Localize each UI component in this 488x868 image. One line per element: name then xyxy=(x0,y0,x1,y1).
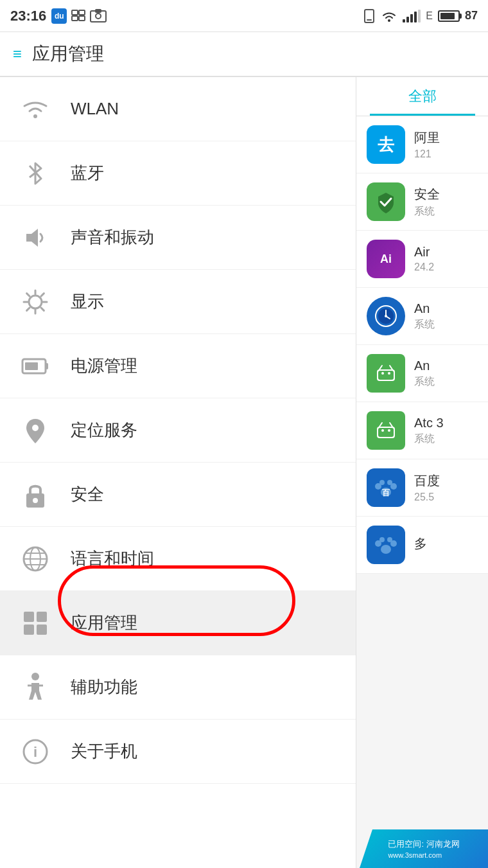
svg-rect-8 xyxy=(367,19,372,21)
svg-rect-22 xyxy=(25,362,38,370)
svg-point-5 xyxy=(96,13,101,19)
tab-bar: 全部 xyxy=(356,77,488,116)
sidebar-item-accessibility[interactable]: 辅助功能 xyxy=(0,655,356,720)
svg-point-49 xyxy=(381,372,384,375)
app-icon-3: Ai xyxy=(367,240,405,278)
svg-line-52 xyxy=(390,366,392,369)
app-icon-7: 百 xyxy=(367,468,405,507)
app-icon-1: 去 xyxy=(367,125,405,164)
list-item[interactable]: Atc 3 系统 xyxy=(356,402,488,459)
menu-icon[interactable]: ≡ xyxy=(13,45,22,63)
location-label: 定位服务 xyxy=(71,419,137,441)
time-display: 23:16 xyxy=(10,8,46,24)
svg-rect-2 xyxy=(72,16,78,21)
app-info-7: 百度 25.5 xyxy=(414,472,478,503)
location-icon xyxy=(19,414,51,447)
svg-rect-31 xyxy=(24,612,34,622)
svg-point-35 xyxy=(31,673,39,680)
svg-line-16 xyxy=(27,293,30,296)
sidebar-item-wlan[interactable]: WLAN xyxy=(0,77,356,141)
svg-rect-48 xyxy=(378,371,394,380)
accessibility-label: 辅助功能 xyxy=(71,676,137,698)
about-icon: i xyxy=(19,736,51,768)
status-right: E 87 xyxy=(363,9,478,23)
app-icon-8 xyxy=(367,526,405,564)
phone-icon xyxy=(363,9,376,23)
list-item[interactable]: 多 xyxy=(356,517,488,574)
sound-label: 声音和振动 xyxy=(71,226,154,249)
accessibility-icon xyxy=(19,671,51,704)
svg-rect-56 xyxy=(378,428,394,437)
du-icon: du xyxy=(51,8,67,24)
svg-rect-3 xyxy=(79,16,85,21)
svg-line-19 xyxy=(27,308,30,310)
list-item[interactable]: 百 百度 25.5 xyxy=(356,459,488,517)
sidebar-item-location[interactable]: 定位服务 xyxy=(0,398,356,463)
watermark: 已用空间: 河南龙网www.3smart.com xyxy=(360,829,488,868)
svg-point-10 xyxy=(33,114,37,118)
power-icon xyxy=(19,350,51,382)
sidebar-item-security[interactable]: 安全 xyxy=(0,463,356,527)
svg-point-58 xyxy=(388,429,390,432)
app-info-2: 安全 系统 xyxy=(414,186,478,218)
appmanage-label: 应用管理 xyxy=(71,612,137,634)
settings-panel: WLAN 蓝牙 声音和振动 xyxy=(0,77,356,868)
svg-text:i: i xyxy=(33,744,37,760)
app-info-4: An 系统 xyxy=(414,301,478,332)
svg-rect-1 xyxy=(79,10,85,15)
svg-rect-34 xyxy=(37,624,47,635)
tab-all[interactable]: 全部 xyxy=(356,77,488,116)
sidebar-item-language[interactable]: 语言和时间 xyxy=(0,527,356,591)
battery-label: 87 xyxy=(465,9,478,22)
svg-line-18 xyxy=(41,293,44,296)
status-bar: 23:16 du xyxy=(0,0,488,32)
app-icon-2 xyxy=(367,182,405,221)
list-item[interactable]: 安全 系统 xyxy=(356,173,488,231)
status-icons: du xyxy=(51,8,107,24)
sidebar-item-power[interactable]: 电源管理 xyxy=(0,334,356,398)
app-list: 去 阿里 121 安全 系统 xyxy=(356,116,488,574)
list-item[interactable]: An 系统 xyxy=(356,345,488,402)
page-title: 应用管理 xyxy=(32,42,104,66)
app-info-1: 阿里 121 xyxy=(414,129,478,160)
svg-rect-33 xyxy=(24,624,34,635)
list-item[interactable]: An 系统 xyxy=(356,288,488,345)
sidebar-item-bluetooth[interactable]: 蓝牙 xyxy=(0,141,356,206)
app-info-8: 多 xyxy=(414,535,478,554)
svg-point-23 xyxy=(32,425,39,431)
svg-point-71 xyxy=(379,537,385,542)
power-label: 电源管理 xyxy=(71,355,137,377)
wifi-icon xyxy=(381,9,397,23)
app-icon-6 xyxy=(367,411,405,450)
sidebar-item-about[interactable]: i 关于手机 xyxy=(0,720,356,784)
list-item[interactable]: Ai Air 24.2 xyxy=(356,231,488,288)
security-label: 安全 xyxy=(71,483,104,506)
app-info-3: Air 24.2 xyxy=(414,245,478,273)
svg-point-11 xyxy=(29,296,42,308)
svg-point-9 xyxy=(388,19,390,22)
sidebar-item-display[interactable]: 显示 xyxy=(0,270,356,334)
svg-point-50 xyxy=(388,372,390,375)
svg-line-17 xyxy=(41,308,44,310)
sound-icon xyxy=(19,222,51,254)
svg-point-44 xyxy=(385,315,387,317)
bluetooth-label: 蓝牙 xyxy=(71,162,104,184)
app-info-6: Atc 3 系统 xyxy=(414,416,478,446)
appmanage-icon xyxy=(19,607,51,639)
sidebar-item-sound[interactable]: 声音和振动 xyxy=(0,206,356,270)
sidebar-item-appmanage[interactable]: 应用管理 xyxy=(0,591,356,655)
list-item[interactable]: 去 阿里 121 xyxy=(356,116,488,173)
display-label: 显示 xyxy=(71,290,104,313)
svg-line-51 xyxy=(379,366,382,369)
wlan-label: WLAN xyxy=(71,99,119,119)
photo-icon xyxy=(90,9,107,23)
svg-point-64 xyxy=(379,480,385,485)
title-bar: ≡ 应用管理 xyxy=(0,32,488,77)
svg-point-72 xyxy=(387,537,392,542)
app-icon-4 xyxy=(367,297,405,335)
battery-icon xyxy=(438,10,460,22)
svg-rect-0 xyxy=(72,10,78,15)
notification-icon xyxy=(71,9,86,23)
lock-icon xyxy=(19,479,51,511)
svg-line-60 xyxy=(390,423,392,427)
